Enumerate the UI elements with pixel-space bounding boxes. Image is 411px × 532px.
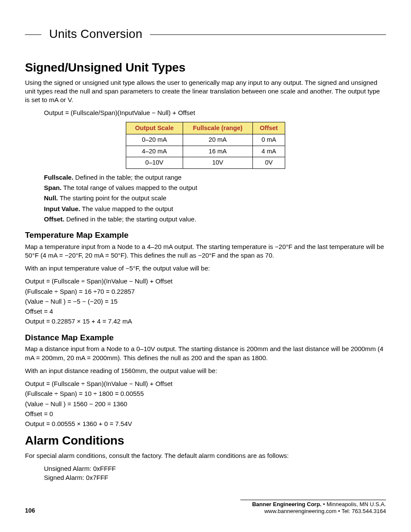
cell: 0 mA bbox=[253, 134, 285, 146]
footer-company-block: Banner Engineering Corp. • Minneapolis, … bbox=[252, 501, 386, 515]
calc-line: Output = (Fullscale ÷ Span)(InValue − Nu… bbox=[25, 380, 386, 388]
def-offset: Offset. Defined in the table; the starti… bbox=[44, 215, 386, 224]
alarm-line-signed: Signed Alarm: 0x7FFF bbox=[44, 473, 386, 482]
dist-calc: Output = (Fullscale ÷ Span)(InValue − Nu… bbox=[25, 380, 386, 428]
def-label: Fullscale. bbox=[44, 174, 73, 181]
table-row: 4–20 mA 16 mA 4 mA bbox=[126, 146, 285, 157]
footer-company-loc: • Minneapolis, MN U.S.A. bbox=[321, 501, 386, 507]
subsection-dist: Distance Map Example bbox=[25, 332, 386, 343]
cell: 16 mA bbox=[183, 146, 252, 157]
def-text: The value mapped to the output bbox=[82, 205, 173, 212]
cell: 4–20 mA bbox=[126, 146, 183, 157]
temp-p1: Map a temperature input from a Node to a… bbox=[25, 243, 386, 260]
cell: 0V bbox=[253, 157, 285, 169]
col-fullscale: Fullscale (range) bbox=[183, 122, 252, 134]
def-text: Defined in the table; the starting outpu… bbox=[66, 215, 196, 223]
calc-line: (Fullscale ÷ Span) = 10 ÷ 1800 = 0.00555 bbox=[25, 389, 386, 398]
output-scale-table: Output Scale Fullscale (range) Offset 0–… bbox=[126, 122, 285, 169]
calc-line: Output = 0.00555 × 1360 + 0 = 7.54V bbox=[25, 420, 386, 428]
calc-line: (Value − Null ) = −5 − (−20) = 15 bbox=[25, 297, 386, 306]
cell: 0–10V bbox=[126, 157, 183, 169]
cell: 20 mA bbox=[183, 134, 252, 146]
def-label: Span. bbox=[44, 184, 62, 191]
cell: 10V bbox=[183, 157, 252, 169]
section-title-alarm: Alarm Conditions bbox=[25, 432, 386, 449]
def-null: Null. The starting point for the output … bbox=[44, 194, 386, 202]
temp-p2: With an input temperature value of −5°F,… bbox=[25, 264, 386, 273]
calc-line: Offset = 0 bbox=[25, 410, 386, 418]
page-number: 106 bbox=[25, 507, 35, 515]
def-text: Defined in the table; the output range bbox=[75, 174, 182, 181]
calc-line: (Fullscale ÷ Span) = 16 ÷70 = 0.22857 bbox=[25, 287, 386, 296]
header-rule-right bbox=[150, 34, 386, 35]
table-header-row: Output Scale Fullscale (range) Offset bbox=[126, 122, 285, 134]
def-span: Span. The total range of values mapped t… bbox=[44, 184, 386, 192]
def-label: Input Value. bbox=[44, 205, 80, 212]
section-title-signed: Signed/Unsigned Unit Types bbox=[25, 59, 386, 76]
col-output-scale: Output Scale bbox=[126, 122, 183, 134]
calc-line: (Value − Null ) = 1560 − 200 = 1360 bbox=[25, 400, 386, 408]
footer-contact: www.bannerengineering.com • Tel: 763.544… bbox=[252, 508, 386, 515]
calc-line: Offset = 4 bbox=[25, 307, 386, 316]
def-label: Offset. bbox=[44, 215, 65, 223]
dist-p1: Map a distance input from a Node to a 0–… bbox=[25, 345, 386, 362]
subsection-temp: Temperature Map Example bbox=[25, 230, 386, 241]
signed-intro: Using the signed or unsigned unit type a… bbox=[25, 78, 386, 105]
dist-p2: With an input distance reading of 1560mm… bbox=[25, 367, 386, 375]
def-text: The starting point for the output scale bbox=[59, 194, 166, 202]
def-label: Null. bbox=[44, 194, 58, 202]
def-input-value: Input Value. The value mapped to the out… bbox=[44, 205, 386, 213]
def-text: The total range of values mapped to the … bbox=[63, 184, 197, 191]
header-rule-left bbox=[25, 34, 41, 35]
signed-formula: Output = (Fullscale/Span)(InputValue − N… bbox=[44, 109, 386, 117]
footer-company: Banner Engineering Corp. bbox=[252, 501, 321, 507]
calc-line: Output = (Fullscale ÷ Span)(InValue − Nu… bbox=[25, 277, 386, 286]
alarm-line-unsigned: Unsigned Alarm: 0xFFFF bbox=[44, 464, 386, 473]
calc-line: Output = 0.22857 × 15 + 4 = 7.42 mA bbox=[25, 317, 386, 326]
page-footer: 106 Banner Engineering Corp. • Minneapol… bbox=[25, 500, 386, 515]
page-header: Units Conversion bbox=[25, 26, 386, 42]
temp-calc: Output = (Fullscale ÷ Span)(InValue − Nu… bbox=[25, 277, 386, 326]
def-fullscale: Fullscale. Defined in the table; the out… bbox=[44, 173, 386, 182]
col-offset: Offset bbox=[253, 122, 285, 134]
cell: 0–20 mA bbox=[126, 134, 183, 146]
table-row: 0–20 mA 20 mA 0 mA bbox=[126, 134, 285, 146]
footer-rule bbox=[240, 500, 386, 500]
header-title: Units Conversion bbox=[49, 26, 142, 42]
table-row: 0–10V 10V 0V bbox=[126, 157, 285, 169]
cell: 4 mA bbox=[253, 146, 285, 157]
alarm-p1: For special alarm conditions, consult th… bbox=[25, 451, 386, 460]
